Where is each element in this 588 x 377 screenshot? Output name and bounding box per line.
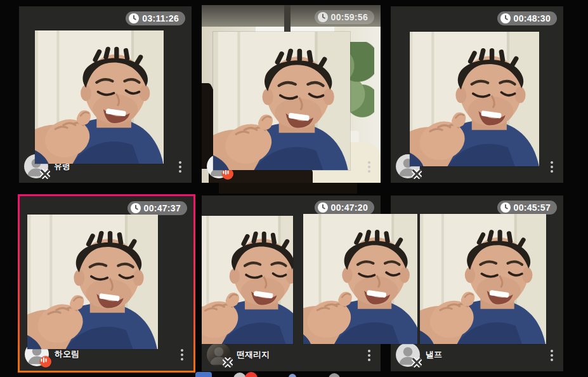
participants-icon[interactable] (289, 374, 296, 377)
kebab-menu-icon[interactable] (367, 160, 372, 174)
clock-icon (500, 202, 511, 213)
notification-badge[interactable] (245, 372, 258, 377)
kebab-menu-icon[interactable] (180, 348, 185, 362)
call-timer-badge: 00:48:30 (497, 11, 557, 25)
participant-name: 떤재리지 (237, 349, 270, 360)
clock-icon (131, 203, 141, 213)
call-timer-text: 00:59:56 (331, 12, 368, 22)
bottom-toolbar-cutoff (0, 371, 588, 377)
call-timer-badge: 00:59:56 (315, 10, 374, 24)
portrait-photo-overlay (213, 32, 350, 170)
chat-icon[interactable] (195, 372, 212, 377)
scene-overflow-shadow (219, 183, 357, 194)
participant-name: 하오림 (55, 348, 79, 360)
call-timer-text: 00:45:57 (514, 202, 551, 213)
mic-muted-icon (222, 357, 233, 368)
clock-icon (129, 13, 139, 23)
clock-icon (318, 202, 328, 213)
mic-muted-icon (411, 357, 422, 368)
clock-icon (318, 12, 328, 22)
portrait-photo-overlay (202, 216, 293, 344)
avatar (396, 343, 420, 367)
call-timer-text: 00:47:20 (331, 202, 368, 213)
portrait-photo-overlay (420, 214, 546, 344)
portrait-photo-overlay (27, 215, 158, 349)
clock-icon (500, 13, 511, 23)
portrait-photo-overlay (303, 214, 417, 344)
call-timer-badge: 00:47:37 (127, 201, 187, 215)
portrait-photo-overlay (35, 30, 164, 164)
kebab-menu-icon[interactable] (549, 348, 554, 362)
mic-muted-icon (411, 168, 422, 180)
toolbar-button-icon[interactable] (233, 373, 246, 377)
call-timer-badge: 00:45:57 (497, 201, 557, 215)
call-timer-badge: 00:47:20 (315, 201, 374, 215)
call-timer-text: 03:11:26 (142, 13, 179, 23)
participant-name: 낼프 (426, 349, 442, 360)
mic-muted-icon (39, 168, 51, 180)
kebab-menu-icon[interactable] (549, 160, 554, 174)
call-timer-text: 00:48:30 (514, 13, 551, 23)
kebab-menu-icon[interactable] (178, 160, 183, 174)
kebab-menu-icon[interactable] (367, 348, 372, 362)
call-timer-text: 00:47:37 (144, 203, 181, 213)
speaking-indicator-icon (40, 356, 51, 367)
avatar (207, 343, 231, 367)
call-timer-badge: 03:11:26 (126, 11, 185, 25)
portrait-photo-overlay (410, 32, 539, 166)
video-call-grid: 03:11:26 유령 00:59:56 (0, 0, 588, 377)
more-options-icon[interactable] (329, 373, 340, 377)
